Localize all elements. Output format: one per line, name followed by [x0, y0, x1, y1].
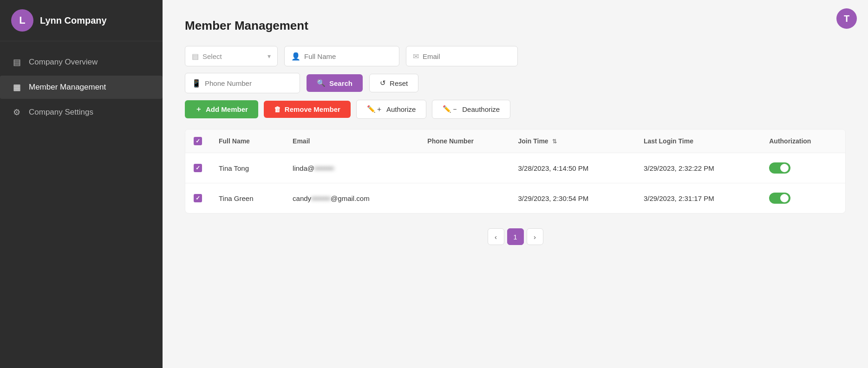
email-icon: ✉: [413, 52, 419, 61]
add-member-label: Add Member: [206, 105, 248, 113]
sidebar-item-label: Company Settings: [29, 108, 93, 117]
phone-icon: 📱: [192, 79, 201, 88]
row1-email-blurred: ••••••••: [314, 164, 334, 172]
header-checkbox[interactable]: ✓: [194, 137, 202, 145]
row1-phone: [419, 153, 509, 183]
row2-checkbox[interactable]: ✓: [194, 194, 202, 202]
deauthorize-label: Deauthorize: [462, 105, 500, 113]
add-icon: ＋: [195, 105, 202, 114]
row2-email-prefix: candy: [293, 194, 311, 202]
phone-input[interactable]: [205, 79, 293, 87]
row1-authorization: [761, 153, 845, 183]
table-header-row: ✓ Full Name Email Phone Number Join Time…: [185, 129, 845, 153]
deauthorize-icon: ✏️－: [443, 105, 458, 114]
filters-row-2: 📱 🔍 Search ↺ Reset: [185, 73, 846, 93]
sidebar-company-name: Lynn Company: [40, 15, 107, 26]
phone-input-wrap: 📱: [185, 73, 300, 93]
row1-checkbox-cell: ✓: [185, 153, 210, 183]
col-join-time: Join Time ⇅: [510, 129, 635, 153]
email-input-wrap: ✉: [406, 46, 518, 66]
trash-icon: 🗑: [274, 105, 281, 113]
sidebar-avatar: L: [11, 9, 33, 32]
col-last-login: Last Login Time: [635, 129, 761, 153]
search-button[interactable]: 🔍 Search: [307, 74, 363, 92]
page-1-button[interactable]: 1: [507, 228, 524, 245]
row1-checkbox[interactable]: ✓: [194, 164, 202, 172]
table-header: ✓ Full Name Email Phone Number Join Time…: [185, 129, 845, 153]
chevron-down-icon: ▾: [268, 52, 271, 60]
company-overview-icon: ▤: [11, 57, 22, 67]
reset-icon: ↺: [380, 79, 386, 87]
role-select-wrap[interactable]: ▤ Select ▾: [185, 46, 278, 66]
sidebar: L Lynn Company ▤ Company Overview ▦ Memb…: [0, 0, 163, 368]
reset-button[interactable]: ↺ Reset: [369, 74, 418, 92]
row2-full-name: Tina Green: [210, 183, 284, 213]
row2-authorization: [761, 183, 845, 213]
row2-phone: [419, 183, 509, 213]
table-row: ✓ Tina Tong linda@•••••••• 3/28/2023, 4:…: [185, 153, 845, 183]
col-email: Email: [284, 129, 419, 153]
member-management-icon: ▦: [11, 82, 22, 92]
members-table-container: ✓ Full Name Email Phone Number Join Time…: [185, 129, 846, 213]
filters-row-1: ▤ Select ▾ 👤 ✉: [185, 46, 846, 66]
col-phone: Phone Number: [419, 129, 509, 153]
authorize-icon: ✏️＋: [367, 105, 383, 114]
row2-auth-toggle[interactable]: [769, 193, 790, 204]
row2-email-suffix: @gmail.com: [331, 194, 370, 202]
remove-member-label: Remove Member: [285, 105, 340, 113]
next-page-button[interactable]: ›: [527, 228, 543, 245]
row1-auth-toggle[interactable]: [769, 162, 790, 174]
remove-member-button[interactable]: 🗑 Remove Member: [264, 101, 351, 118]
pagination: ‹ 1 ›: [185, 228, 846, 245]
search-icon: 🔍: [317, 79, 326, 87]
row1-last-login: 3/29/2023, 2:32:22 PM: [635, 153, 761, 183]
check-mark: ✓: [196, 165, 200, 171]
table-row: ✓ Tina Green candy••••••••@gmail.com 3/2…: [185, 183, 845, 213]
prev-page-button[interactable]: ‹: [488, 228, 504, 245]
full-name-input-wrap: 👤: [284, 46, 399, 66]
add-member-button[interactable]: ＋ Add Member: [185, 100, 258, 118]
col-authorization: Authorization: [761, 129, 845, 153]
email-input[interactable]: [423, 52, 511, 60]
row2-last-login: 3/29/2023, 2:31:17 PM: [635, 183, 761, 213]
search-button-label: Search: [329, 79, 352, 87]
header-checkbox-cell: ✓: [185, 129, 210, 153]
sidebar-item-company-settings[interactable]: ⚙ Company Settings: [0, 101, 163, 124]
row1-full-name: Tina Tong: [210, 153, 284, 183]
person-icon: 👤: [291, 52, 300, 61]
row1-email: linda@••••••••: [284, 153, 419, 183]
sidebar-item-label: Company Overview: [29, 58, 98, 67]
row2-email: candy••••••••@gmail.com: [284, 183, 419, 213]
row2-join-time: 3/29/2023, 2:30:54 PM: [510, 183, 635, 213]
row2-email-blurred: ••••••••: [311, 194, 331, 202]
user-avatar[interactable]: T: [836, 8, 857, 29]
authorize-label: Authorize: [386, 105, 416, 113]
sidebar-nav: ▤ Company Overview ▦ Member Management ⚙…: [0, 41, 163, 133]
deauthorize-button[interactable]: ✏️－ Deauthorize: [432, 100, 510, 119]
sidebar-item-label: Member Management: [29, 83, 106, 92]
sidebar-item-company-overview[interactable]: ▤ Company Overview: [0, 51, 163, 74]
authorize-button[interactable]: ✏️＋ Authorize: [356, 100, 426, 119]
check-mark: ✓: [196, 195, 200, 201]
select-icon: ▤: [192, 52, 199, 61]
page-title: Member Management: [185, 19, 846, 33]
row1-join-time: 3/28/2023, 4:14:50 PM: [510, 153, 635, 183]
full-name-input[interactable]: [304, 52, 392, 60]
reset-button-label: Reset: [390, 79, 408, 87]
col-full-name: Full Name: [210, 129, 284, 153]
row1-email-prefix: linda@: [293, 164, 314, 172]
sidebar-header: L Lynn Company: [0, 0, 163, 41]
check-mark: ✓: [196, 138, 200, 144]
sidebar-item-member-management[interactable]: ▦ Member Management: [0, 76, 163, 99]
action-buttons-row: ＋ Add Member 🗑 Remove Member ✏️＋ Authori…: [185, 100, 846, 119]
content-area: Member Management ▤ Select ▾ 👤 ✉ 📱: [163, 0, 868, 264]
table-body: ✓ Tina Tong linda@•••••••• 3/28/2023, 4:…: [185, 153, 845, 213]
row2-checkbox-cell: ✓: [185, 183, 210, 213]
members-table: ✓ Full Name Email Phone Number Join Time…: [185, 129, 845, 213]
sort-icon: ⇅: [552, 138, 557, 145]
company-settings-icon: ⚙: [11, 107, 22, 117]
role-select[interactable]: Select: [202, 52, 264, 60]
main-content: T Member Management ▤ Select ▾ 👤 ✉: [163, 0, 868, 368]
